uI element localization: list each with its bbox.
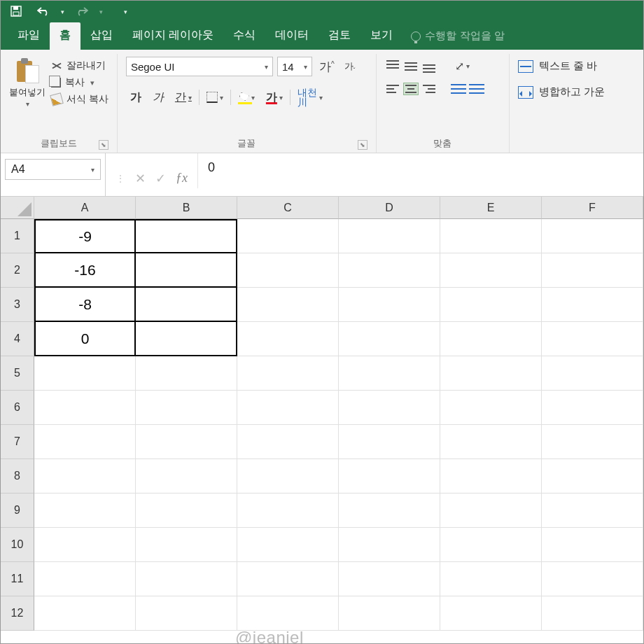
cell-B11[interactable] <box>136 562 237 596</box>
cancel-icon[interactable]: ✕ <box>135 171 146 186</box>
increase-font-button[interactable]: 가^ <box>316 57 337 76</box>
cell-C3[interactable] <box>237 288 339 322</box>
cell-D9[interactable] <box>339 493 440 528</box>
cut-button[interactable]: 잘라내기 <box>51 59 108 72</box>
phonetic-button[interactable]: 내천川▾ <box>293 85 327 110</box>
font-size-combo[interactable]: 14▾ <box>277 57 312 76</box>
border-button[interactable]: ▾ <box>202 89 227 106</box>
undo-dropdown-icon[interactable]: ▾ <box>61 8 64 15</box>
cell-E11[interactable] <box>440 562 542 596</box>
italic-button[interactable]: 가 <box>148 88 168 108</box>
tab-view[interactable]: 보기 <box>360 22 402 50</box>
clipboard-launcher-icon[interactable]: ⬊ <box>99 140 108 150</box>
cell-C9[interactable] <box>237 493 339 528</box>
cell-A9[interactable] <box>34 493 136 528</box>
cell-A11[interactable] <box>34 562 136 596</box>
cell-D1[interactable] <box>339 219 440 253</box>
cell-C2[interactable] <box>237 253 339 288</box>
cell-E12[interactable] <box>440 596 542 631</box>
row-header-10[interactable]: 10 <box>1 528 34 562</box>
cell-A10[interactable] <box>34 528 136 562</box>
bold-button[interactable]: 가 <box>126 88 146 108</box>
undo-button[interactable] <box>33 5 54 20</box>
cell-B12[interactable] <box>136 596 237 631</box>
cell-C6[interactable] <box>237 391 339 425</box>
cell-D4[interactable] <box>339 322 440 356</box>
cell-A7[interactable] <box>34 425 136 459</box>
cell-B7[interactable] <box>136 425 237 459</box>
align-bottom-button[interactable] <box>421 60 437 73</box>
cell-C1[interactable] <box>237 219 339 253</box>
cell-A2[interactable]: -16 <box>34 253 136 288</box>
align-top-button[interactable] <box>385 60 400 73</box>
cell-E10[interactable] <box>440 528 542 562</box>
cell-A4[interactable]: 0 <box>34 322 136 356</box>
cell-D6[interactable] <box>339 391 440 425</box>
cell-F7[interactable] <box>542 425 643 459</box>
cell-F4[interactable] <box>542 322 643 356</box>
align-left-button[interactable] <box>385 83 400 95</box>
cell-A8[interactable] <box>34 459 136 493</box>
align-center-button[interactable] <box>403 83 419 95</box>
cell-B8[interactable] <box>136 459 237 493</box>
cell-A6[interactable] <box>34 391 136 425</box>
merge-center-button[interactable]: 병합하고 가운 <box>518 83 605 102</box>
cell-E7[interactable] <box>440 425 542 459</box>
cell-E8[interactable] <box>440 459 542 493</box>
paste-dropdown-icon[interactable]: ▾ <box>26 100 29 108</box>
cell-B5[interactable] <box>136 356 237 391</box>
tab-review[interactable]: 검토 <box>318 22 360 50</box>
cell-F9[interactable] <box>542 493 643 528</box>
orientation-button[interactable]: ⤢▾ <box>451 57 474 76</box>
cell-F5[interactable] <box>542 356 643 391</box>
cell-E1[interactable] <box>440 219 542 253</box>
cell-C12[interactable] <box>237 596 339 631</box>
row-header-1[interactable]: 1 <box>1 219 34 253</box>
increase-indent-button[interactable] <box>469 83 484 95</box>
save-icon[interactable] <box>6 4 26 20</box>
tab-insert[interactable]: 삽입 <box>80 22 122 50</box>
cell-F6[interactable] <box>542 391 643 425</box>
enter-icon[interactable]: ✓ <box>155 171 166 186</box>
row-header-4[interactable]: 4 <box>1 322 34 356</box>
paste-button[interactable]: 붙여넣기 ▾ <box>9 57 46 108</box>
col-header-B[interactable]: B <box>136 197 237 219</box>
cell-D10[interactable] <box>339 528 440 562</box>
fx-icon[interactable]: ƒx <box>176 171 188 186</box>
cell-C8[interactable] <box>237 459 339 493</box>
font-name-combo[interactable]: Segoe UI▾ <box>126 57 273 76</box>
cell-C10[interactable] <box>237 528 339 562</box>
row-header-5[interactable]: 5 <box>1 356 34 391</box>
cell-B6[interactable] <box>136 391 237 425</box>
qat-customize-icon[interactable]: ▾ <box>124 8 127 15</box>
cell-D11[interactable] <box>339 562 440 596</box>
font-color-button[interactable]: 가▾ <box>262 88 287 108</box>
cell-C11[interactable] <box>237 562 339 596</box>
cell-D3[interactable] <box>339 288 440 322</box>
cell-E2[interactable] <box>440 253 542 288</box>
cell-F11[interactable] <box>542 562 643 596</box>
cell-A5[interactable] <box>34 356 136 391</box>
cell-E9[interactable] <box>440 493 542 528</box>
tab-data[interactable]: 데이터 <box>265 22 318 50</box>
font-launcher-icon[interactable]: ⬊ <box>358 140 368 150</box>
row-header-6[interactable]: 6 <box>1 391 34 425</box>
col-header-E[interactable]: E <box>440 197 542 219</box>
select-all-corner[interactable] <box>1 197 34 219</box>
row-header-3[interactable]: 3 <box>1 288 34 322</box>
cell-E6[interactable] <box>440 391 542 425</box>
cell-D8[interactable] <box>339 459 440 493</box>
cell-F2[interactable] <box>542 253 643 288</box>
col-header-C[interactable]: C <box>237 197 339 219</box>
cell-B1[interactable] <box>136 219 237 253</box>
tab-formulas[interactable]: 수식 <box>223 22 265 50</box>
row-header-11[interactable]: 11 <box>1 562 34 596</box>
row-header-2[interactable]: 2 <box>1 253 34 288</box>
decrease-indent-button[interactable] <box>451 83 466 95</box>
cell-E3[interactable] <box>440 288 542 322</box>
cell-F12[interactable] <box>542 596 643 631</box>
redo-button[interactable] <box>71 5 92 20</box>
tab-file[interactable]: 파일 <box>8 22 50 50</box>
cell-E5[interactable] <box>440 356 542 391</box>
row-header-8[interactable]: 8 <box>1 459 34 493</box>
